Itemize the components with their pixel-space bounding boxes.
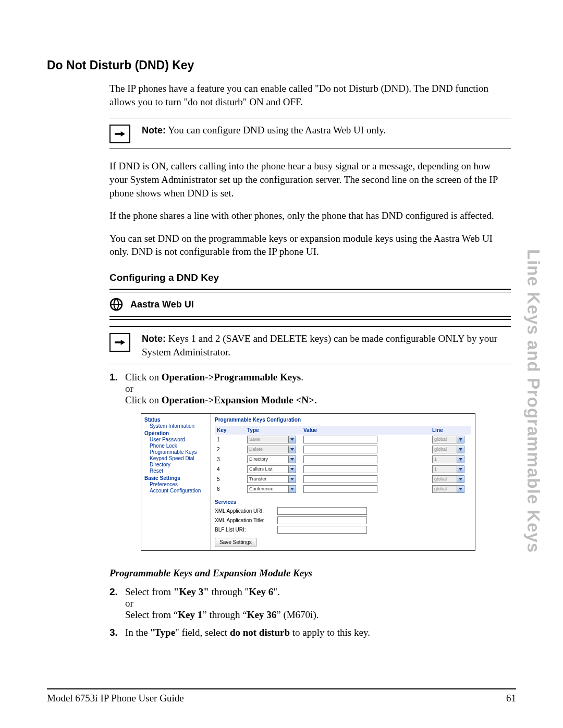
footer-rule xyxy=(47,688,516,689)
service-input[interactable] xyxy=(277,526,367,534)
chevron-down-icon[interactable] xyxy=(457,485,464,493)
chevron-down-icon[interactable] xyxy=(289,485,296,493)
type-dropdown[interactable]: Transfer xyxy=(247,475,299,483)
table-row: 6Conferenceglobal xyxy=(215,484,471,494)
steps-list-2: 2. Select from "Key 3" through "Key 6". … xyxy=(109,586,511,638)
type-dropdown[interactable]: Conference xyxy=(247,485,299,493)
config-screenshot: StatusSystem InformationOperationUser Pa… xyxy=(141,413,475,551)
table-row: 1Saveglobal xyxy=(215,435,471,445)
type-dropdown[interactable]: Callers List xyxy=(247,465,299,473)
text: . xyxy=(301,372,303,382)
text-bold: do not disturb xyxy=(230,627,290,638)
text: ” through “ xyxy=(202,609,247,620)
section-heading: Do Not Disturb (DND) Key xyxy=(47,58,516,72)
line-dropdown[interactable]: global xyxy=(432,475,469,483)
service-label: XML Application URI: xyxy=(215,508,277,514)
services-list: XML Application URI:XML Application Titl… xyxy=(215,507,471,534)
step-body: Select from "Key 3" through "Key 6". or … xyxy=(125,586,511,621)
value-input[interactable] xyxy=(303,475,377,483)
chevron-down-icon[interactable] xyxy=(457,455,464,463)
sidebar-item[interactable]: Directory xyxy=(150,462,207,468)
value-input[interactable] xyxy=(303,465,377,473)
step-2: 2. Select from "Key 3" through "Key 6". … xyxy=(109,586,511,621)
step-body: Click on Operation->Programmable Keys. o… xyxy=(125,372,511,560)
sidebar-item[interactable]: Preferences xyxy=(150,482,207,488)
footer-right: 61 xyxy=(506,693,516,704)
chevron-down-icon[interactable] xyxy=(289,455,296,463)
table-row: 4Callers List1 xyxy=(215,464,471,474)
text: ” (M670i). xyxy=(276,609,319,620)
key-cell: 4 xyxy=(215,464,245,474)
service-input[interactable] xyxy=(277,516,367,524)
save-settings-button[interactable]: Save Settings xyxy=(215,538,256,547)
type-dropdown[interactable]: Directory xyxy=(247,455,299,463)
value-input[interactable] xyxy=(303,485,377,493)
value-input[interactable] xyxy=(303,436,377,443)
type-dropdown[interactable]: Save xyxy=(247,436,299,443)
chevron-down-icon[interactable] xyxy=(457,475,464,483)
sidebar-item[interactable]: Keypad Speed Dial xyxy=(150,455,207,462)
step-body: In the "Type" field, select do not distu… xyxy=(125,627,511,638)
sidebar-item[interactable]: Account Configuration xyxy=(150,488,207,494)
chevron-down-icon[interactable] xyxy=(457,436,464,443)
table-row: 3Directory1 xyxy=(215,454,471,464)
sidebar-item[interactable]: System Information xyxy=(150,423,207,429)
key-cell: 5 xyxy=(215,474,245,484)
chevron-down-icon[interactable] xyxy=(289,446,296,453)
sidebar-item[interactable]: Phone Lock xyxy=(150,443,207,449)
step-number: 2. xyxy=(109,586,125,598)
text: Select from “ xyxy=(125,609,178,620)
text-bold: Operation->Expansion Module <N>. xyxy=(162,394,317,405)
text-bold: Key 6 xyxy=(249,586,273,597)
sidebar-item[interactable]: Programmable Keys xyxy=(150,449,207,455)
value-input[interactable] xyxy=(303,446,377,453)
webui-row: Aastra Web UI xyxy=(109,294,511,314)
chevron-down-icon[interactable] xyxy=(289,436,296,443)
table-header: Line xyxy=(430,426,471,435)
text: Select from xyxy=(125,586,174,597)
paragraph-3: If the phone shares a line with other ph… xyxy=(109,209,511,223)
screenshot-title: Programmable Keys Configuration xyxy=(215,417,471,423)
sidebar-item[interactable]: Reset xyxy=(150,468,207,474)
text-bold: Type xyxy=(154,627,175,638)
note-1-text: Note: You can configure DND using the Aa… xyxy=(142,124,386,137)
page-footer: Model 6753i IP Phone User Guide 61 xyxy=(47,693,516,704)
divider-thick xyxy=(109,319,511,320)
footer-left: Model 6753i IP Phone User Guide xyxy=(47,693,184,704)
line-dropdown[interactable]: global xyxy=(432,485,469,493)
note-body: You can configure DND using the Aastra W… xyxy=(166,125,386,135)
divider xyxy=(109,149,511,149)
chevron-down-icon[interactable] xyxy=(289,475,296,483)
step-number: 3. xyxy=(109,627,125,638)
divider xyxy=(109,326,511,327)
chevron-down-icon[interactable] xyxy=(289,465,296,473)
service-input[interactable] xyxy=(277,507,367,515)
text-bold: "Key 3" xyxy=(174,586,209,597)
sidebar-item[interactable]: User Password xyxy=(150,437,207,443)
line-dropdown[interactable]: 1 xyxy=(432,465,469,473)
value-input[interactable] xyxy=(303,455,377,463)
text-bold: Operation->Programmable Keys xyxy=(162,372,301,382)
chevron-down-icon[interactable] xyxy=(457,465,464,473)
line-dropdown[interactable]: global xyxy=(432,446,469,453)
side-tab-label: Line Keys and Programmable Keys xyxy=(523,249,543,553)
divider xyxy=(109,364,511,364)
step-1: 1. Click on Operation->Programmable Keys… xyxy=(109,372,511,560)
service-row: BLF List URI: xyxy=(215,526,471,534)
text-bold: Key 36 xyxy=(247,609,276,620)
service-label: XML Application Title: xyxy=(215,517,277,524)
text: ". xyxy=(273,586,280,597)
divider-thick xyxy=(109,289,511,290)
type-dropdown[interactable]: Delete xyxy=(247,446,299,453)
chevron-down-icon[interactable] xyxy=(457,446,464,453)
divider xyxy=(109,118,511,118)
service-row: XML Application URI: xyxy=(215,507,471,515)
sidebar-group-head: Status xyxy=(144,417,207,423)
key-cell: 6 xyxy=(215,484,245,494)
line-dropdown[interactable]: 1 xyxy=(432,455,469,463)
line-dropdown[interactable]: global xyxy=(432,436,469,443)
divider xyxy=(109,316,511,317)
arrow-icon xyxy=(109,125,130,143)
text: or xyxy=(125,383,133,394)
table-header-row: KeyTypeValueLine xyxy=(215,426,471,435)
